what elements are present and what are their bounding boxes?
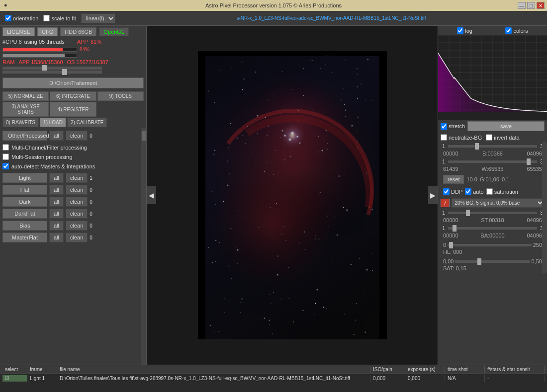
clean-button-0[interactable]: clean xyxy=(66,131,88,141)
hl-thumb[interactable] xyxy=(449,242,453,248)
tab-raw-fits[interactable]: 0) RAW/FITS xyxy=(2,118,39,127)
slider-track-1[interactable] xyxy=(2,67,102,70)
st-val3: 04096 xyxy=(527,217,542,223)
register-button[interactable]: 4) REGISTER xyxy=(50,102,96,117)
tools-button[interactable]: 9) TOOLS xyxy=(97,91,144,101)
light-frame-row: Light all clean 1 xyxy=(2,173,144,183)
light-all-button[interactable]: all xyxy=(49,173,64,183)
multi-channel-checkbox[interactable] xyxy=(2,144,9,151)
reset-button[interactable]: reset xyxy=(443,175,464,184)
folder-path-button[interactable]: D:\Orion\Traitement xyxy=(2,78,144,88)
neutralize-bg-container[interactable]: neutralize-BG xyxy=(441,134,482,141)
slider-thumb-2[interactable] xyxy=(62,69,67,75)
all-button-0[interactable]: all xyxy=(49,131,64,141)
light-clean-button[interactable]: clean xyxy=(66,173,88,183)
auto-checkbox[interactable] xyxy=(465,188,471,195)
saturation-checkbox[interactable] xyxy=(486,188,493,195)
histogram-area xyxy=(438,35,547,120)
reset-values: 10.0 G:01,00 0.1 xyxy=(466,176,509,182)
auto-checkbox-container[interactable]: auto xyxy=(465,188,483,195)
td-timeshot: N/A xyxy=(445,375,485,382)
log-checkbox-container[interactable]: log xyxy=(457,27,472,34)
stretch-save-row: stretch save xyxy=(438,120,547,133)
b-slider-thumb[interactable] xyxy=(475,143,479,150)
stretch-checkbox-container[interactable]: stretch xyxy=(441,123,465,130)
st-slider-values: 00000 ST:00318 04096 xyxy=(441,217,545,223)
scale-checkbox-container[interactable]: scale to fit xyxy=(43,15,76,21)
neutralize-bg-checkbox[interactable] xyxy=(441,134,447,141)
b-slider-track[interactable] xyxy=(448,145,537,148)
w-slider-values: 61439 W:65535 65535 xyxy=(441,166,545,172)
darkflat-button[interactable]: DarkFlat xyxy=(2,209,47,219)
scale-checkbox[interactable] xyxy=(43,15,50,21)
display-mode-select[interactable]: linear(l) asinh log sqrt xyxy=(81,13,115,23)
st-slider-track[interactable] xyxy=(448,212,537,214)
flat-button[interactable]: Flat xyxy=(2,185,47,195)
stretch-checkbox[interactable] xyxy=(441,123,447,130)
w-slider-track[interactable] xyxy=(448,160,537,163)
b-slider-values: 00000 B:00368 04096 xyxy=(441,151,545,157)
colors-checkbox-container[interactable]: colors xyxy=(505,27,528,34)
bias-all-button[interactable]: all xyxy=(49,221,64,231)
auto-detect-checkbox[interactable] xyxy=(2,163,9,169)
saturation-checkbox-container[interactable]: saturation xyxy=(486,188,518,195)
minimize-button[interactable]: — xyxy=(518,2,526,9)
invert-data-checkbox[interactable] xyxy=(486,134,492,141)
integrate-button[interactable]: 6) INTEGRATE xyxy=(50,91,96,101)
file-list-scrollbar[interactable] xyxy=(141,128,146,365)
masterflat-clean-button[interactable]: clean xyxy=(66,233,88,242)
colors-checkbox[interactable] xyxy=(505,27,512,34)
hl-slider-track[interactable] xyxy=(448,244,532,246)
w-val2: W:65535 xyxy=(482,166,504,172)
scrollbar-thumb[interactable] xyxy=(142,131,146,141)
dark-all-button[interactable]: all xyxy=(49,197,64,207)
header-toolbar: orientation scale to fit linear(l) asinh… xyxy=(0,11,547,26)
slider-track-2[interactable] xyxy=(2,71,102,74)
normalize-button[interactable]: 5) NORMALIZE xyxy=(2,91,49,101)
dark-button[interactable]: Dark xyxy=(2,197,47,207)
flat-clean-button[interactable]: clean xyxy=(66,185,88,195)
close-button[interactable]: ✕ xyxy=(537,2,545,9)
license-button[interactable]: LICENSE xyxy=(2,27,35,36)
image-nav-right[interactable]: ▶ xyxy=(428,186,438,204)
w-val1: 61439 xyxy=(443,166,458,172)
darkflat-clean-button[interactable]: clean xyxy=(66,209,88,219)
ba-slider-track[interactable] xyxy=(448,227,537,230)
cfg-button[interactable]: CFG xyxy=(37,27,58,36)
multi-session-label: Multi-Session processing xyxy=(11,154,72,160)
tab-load[interactable]: 1) LOAD xyxy=(40,118,66,127)
ba-slider-thumb[interactable] xyxy=(453,225,456,232)
sat-slider-track[interactable] xyxy=(455,260,530,263)
ddp-option-select[interactable]: 20% BG, 5 sigma, 0,0% base xyxy=(452,198,545,208)
flat-all-button[interactable]: all xyxy=(49,185,64,195)
log-checkbox[interactable] xyxy=(457,27,463,34)
st-slider-row: 1 3 xyxy=(441,210,545,216)
save-button[interactable]: save xyxy=(467,121,545,131)
darkflat-all-button[interactable]: all xyxy=(49,209,64,219)
orientation-checkbox-container[interactable]: orientation xyxy=(5,15,38,21)
opengl-button[interactable]: OpenGL xyxy=(99,27,129,36)
tab-calibrate[interactable]: 2) CALIBRATE xyxy=(67,118,107,127)
dark-clean-button[interactable]: clean xyxy=(66,197,88,207)
invert-data-container[interactable]: invert data xyxy=(486,134,519,141)
bias-button[interactable]: Bias xyxy=(2,221,47,231)
bias-clean-button[interactable]: clean xyxy=(66,221,88,231)
w-val3: 65535 xyxy=(527,166,542,172)
hdd-button[interactable]: HDD 66GB xyxy=(60,27,96,36)
orientation-checkbox[interactable] xyxy=(5,15,11,21)
ddp-checkbox[interactable] xyxy=(443,188,450,195)
masterflat-button[interactable]: MasterFlat xyxy=(2,233,47,242)
other-processed-button[interactable]: Other/Processed xyxy=(2,131,47,141)
light-button[interactable]: Light xyxy=(2,173,47,183)
w-slider-thumb[interactable] xyxy=(527,158,531,165)
masterflat-all-button[interactable]: all xyxy=(49,233,64,242)
sat-thumb[interactable] xyxy=(477,258,481,265)
ram-info-row: RAM APP 15368/15360 OS 15677/16387 xyxy=(0,59,146,66)
analyse-stars-button[interactable]: 3) ANALYSE STARS xyxy=(2,102,49,117)
right-panel-scrollbar[interactable] xyxy=(542,142,547,273)
st-slider-thumb[interactable] xyxy=(466,210,470,216)
w-slider-row: 1 3 xyxy=(441,159,545,164)
multi-session-checkbox[interactable] xyxy=(2,154,9,160)
ddp-checkbox-container[interactable]: DDP xyxy=(443,188,462,195)
maximize-button[interactable]: □ xyxy=(527,2,535,9)
